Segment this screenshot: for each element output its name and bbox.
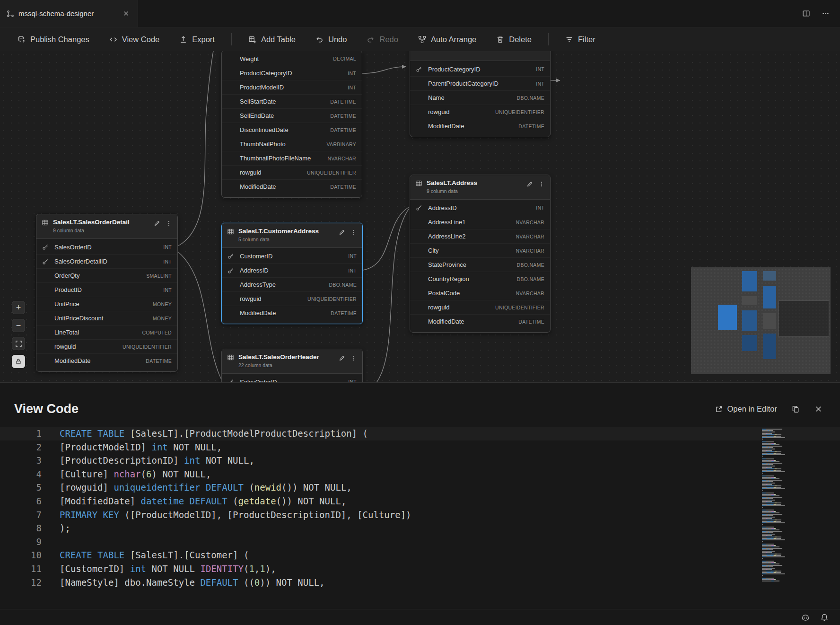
code-line[interactable]: 11[CustomerID] int NOT NULL IDENTITY(1,1… [0, 562, 840, 576]
table-column-row[interactable]: ModifiedDateDATETIME [36, 353, 177, 368]
split-editor-icon[interactable] [802, 9, 810, 18]
code-line[interactable]: 6[ModifiedDate] datetime DEFAULT (getdat… [0, 494, 840, 508]
toolbar-button-view-code[interactable]: View Code [99, 32, 170, 47]
table-column-row[interactable]: AddressTypeDBO.NAME [222, 277, 362, 291]
fit-screen-button[interactable] [12, 337, 25, 350]
table-column-row[interactable]: PostalCodeNVARCHAR [410, 286, 550, 300]
code-line[interactable]: 5[rowguid] uniqueidentifier DEFAULT (new… [0, 481, 840, 494]
table-column-row[interactable]: rowguidUNIQUEIDENTIFIER [222, 165, 362, 179]
table-column-row[interactable]: LineTotalCOMPUTED [36, 325, 177, 339]
schema-table-sales-order-detail[interactable]: SalesLT.SalesOrderDetail9 column dataSal… [36, 214, 178, 372]
table-column-row[interactable]: ParentProductCategoryIDINT [410, 76, 550, 90]
toolbar-button-undo[interactable]: Undo [306, 32, 357, 47]
edit-icon[interactable] [526, 181, 533, 187]
zoom-out-button[interactable]: − [12, 319, 25, 332]
notifications-bell-icon[interactable] [820, 613, 829, 622]
table-column-row[interactable]: UnitPriceDiscountMONEY [36, 311, 177, 325]
table-column-row[interactable]: AddressLine2NVARCHAR [410, 229, 550, 243]
table-column-row[interactable]: ProductCategoryIDINT [410, 62, 550, 76]
schema-table-customer-address[interactable]: SalesLT.CustomerAddress5 column dataCust… [221, 223, 363, 324]
table-header[interactable]: 5 column data [410, 51, 550, 61]
toolbar-button-label: Export [192, 35, 215, 44]
schema-table-product-category-partial[interactable]: 5 column dataProductCategoryIDINTParentP… [410, 51, 551, 137]
table-column-row[interactable]: ProductModelIDINT [222, 80, 362, 94]
code-minimap[interactable] [762, 429, 788, 582]
tab-close-icon[interactable] [121, 9, 131, 19]
table-column-row[interactable]: ProductCategoryIDINT [222, 66, 362, 80]
table-column-row[interactable]: rowguidUNIQUEIDENTIFIER [222, 291, 362, 306]
table-column-row[interactable]: CityNVARCHAR [410, 243, 550, 257]
column-name: OrderQty [54, 272, 79, 279]
toolbar-button-auto-arrange[interactable]: Auto Arrange [408, 32, 486, 47]
code-line[interactable]: 8); [0, 521, 840, 535]
table-column-row[interactable]: UnitPriceMONEY [36, 297, 177, 311]
diagram-minimap[interactable] [691, 267, 831, 374]
table-column-row[interactable]: ModifiedDateDATETIME [410, 314, 550, 328]
edit-icon[interactable] [339, 229, 345, 236]
table-column-row[interactable]: SalesOrderDetailIDINT [36, 254, 177, 268]
table-column-row[interactable]: ThumbNailPhotoVARBINARY [222, 137, 362, 151]
schema-canvas[interactable]: +− WeightDECIMALProductCategoryIDINTProd… [0, 51, 840, 382]
table-column-row[interactable]: ProductIDINT [36, 282, 177, 297]
code-line[interactable]: 4[Culture] nchar(6) NOT NULL, [0, 467, 840, 481]
schema-table-address[interactable]: SalesLT.Address9 column dataAddressIDINT… [410, 175, 551, 333]
schema-table-product-partial[interactable]: WeightDECIMALProductCategoryIDINTProduct… [221, 51, 362, 198]
table-column-row[interactable]: WeightDECIMAL [222, 52, 362, 66]
table-header[interactable]: SalesLT.SalesOrderDetail9 column data [36, 214, 177, 239]
edit-icon[interactable] [339, 355, 345, 361]
table-column-row[interactable]: ThumbnailPhotoFileNameNVARCHAR [222, 151, 362, 165]
code-line[interactable]: 3[ProductDescriptionID] int NOT NULL, [0, 454, 840, 467]
open-in-editor-button[interactable]: Open in Editor [715, 405, 777, 414]
table-column-row[interactable]: SellStartDateDATETIME [222, 94, 362, 108]
table-column-row[interactable]: ModifiedDateDATETIME [222, 306, 362, 320]
code-line[interactable]: 9 [0, 535, 840, 549]
more-actions-icon[interactable] [822, 9, 830, 18]
table-column-row[interactable]: SellEndDateDATETIME [222, 108, 362, 123]
table-column-row[interactable]: AddressLine1NVARCHAR [410, 215, 550, 229]
toolbar-button-add-table[interactable]: Add Table [238, 32, 306, 47]
code-editor[interactable]: 1CREATE TABLE [SalesLT].[ProductModelPro… [0, 427, 840, 589]
table-column-row[interactable]: rowguidUNIQUEIDENTIFIER [410, 105, 550, 119]
code-line[interactable]: 1CREATE TABLE [SalesLT].[ProductModelPro… [0, 427, 840, 440]
table-column-row[interactable]: ModifiedDateDATETIME [410, 119, 550, 133]
table-column-row[interactable]: OrderQtySMALLINT [36, 268, 177, 282]
toolbar-button-export[interactable]: Export [169, 32, 225, 47]
line-number: 11 [0, 562, 42, 576]
edit-icon[interactable] [154, 220, 160, 227]
code-line[interactable]: 12[NameStyle] dbo.NameStyle DEFAULT ((0)… [0, 576, 840, 590]
kebab-icon[interactable] [350, 355, 357, 361]
table-column-row[interactable]: StateProvinceDBO.NAME [410, 257, 550, 272]
toolbar-button-filter[interactable]: Filter [555, 32, 605, 47]
toolbar-button-label: Auto Arrange [431, 35, 476, 44]
zoom-in-button[interactable]: + [12, 301, 25, 314]
table-column-row[interactable]: rowguidUNIQUEIDENTIFIER [36, 339, 177, 353]
table-header[interactable]: SalesLT.Address9 column data [410, 175, 550, 200]
column-type: INT [163, 287, 172, 293]
table-column-row[interactable]: DiscontinuedDateDATETIME [222, 123, 362, 137]
table-column-row[interactable]: SalesOrderIDINT [36, 240, 177, 254]
table-header[interactable]: SalesLT.SalesOrderHeader22 column data [222, 349, 362, 374]
table-column-row[interactable]: rowguidUNIQUEIDENTIFIER [410, 300, 550, 314]
toolbar-button-publish-changes[interactable]: Publish Changes [8, 32, 99, 47]
close-panel-icon[interactable] [814, 405, 823, 414]
kebab-icon[interactable] [538, 181, 545, 187]
toolbar-button-delete[interactable]: Delete [486, 32, 542, 47]
code-line[interactable]: 10CREATE TABLE [SalesLT].[Customer] ( [0, 548, 840, 562]
tab-mssql-schema-designer[interactable]: mssql-schema-designer [0, 0, 138, 27]
table-column-row[interactable]: AddressIDINT [410, 201, 550, 215]
code-line[interactable]: 7PRIMARY KEY ([ProductModelID], [Product… [0, 508, 840, 522]
copy-icon[interactable] [791, 405, 800, 414]
kebab-icon[interactable] [166, 220, 172, 227]
code-line[interactable]: 2[ProductModelID] int NOT NULL, [0, 440, 840, 454]
kebab-icon[interactable] [350, 229, 357, 236]
schema-table-sales-order-header[interactable]: SalesLT.SalesOrderHeader22 column dataSa… [221, 349, 363, 382]
lock-button[interactable] [12, 355, 25, 368]
table-column-row[interactable]: AddressIDINT [222, 263, 362, 277]
table-column-row[interactable]: SalesOrderIDINT [222, 375, 362, 382]
table-column-row[interactable]: ModifiedDateDATETIME [222, 179, 362, 194]
table-header[interactable]: SalesLT.CustomerAddress5 column data [222, 223, 362, 248]
copilot-icon[interactable] [801, 613, 810, 622]
table-column-row[interactable]: CustomerIDINT [222, 249, 362, 263]
table-column-row[interactable]: NameDBO.NAME [410, 90, 550, 105]
table-column-row[interactable]: CountryRegionDBO.NAME [410, 272, 550, 286]
